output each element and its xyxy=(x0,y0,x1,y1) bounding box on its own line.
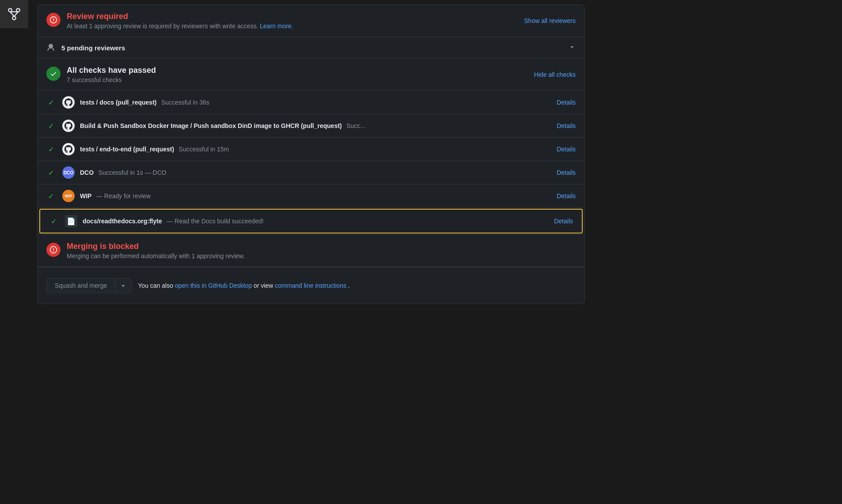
checks-passed-icon xyxy=(46,67,61,81)
check-name: tests / end-to-end (pull_request) Succes… xyxy=(80,145,229,153)
check-logo-dco: DCO xyxy=(62,166,75,179)
check-row-highlighted: ✓ 📄 docs/readthedocs.org:flyte — Read th… xyxy=(39,209,583,233)
check-logo-github-3 xyxy=(62,143,75,155)
main-container: Review required At least 1 approving rev… xyxy=(37,0,585,304)
check-logo-wip: WIP xyxy=(62,190,75,202)
review-required-icon xyxy=(46,13,61,27)
squash-merge-button-group: Squash and merge xyxy=(46,278,132,293)
review-required-subtitle: At least 1 approving review is required … xyxy=(67,23,576,30)
squash-and-merge-button[interactable]: Squash and merge xyxy=(46,278,115,293)
review-required-title: Review required xyxy=(67,12,576,21)
check-name: Build & Push Sandbox Docker Image / Push… xyxy=(80,122,365,130)
merging-blocked-content: Merging is blocked Merging can be perfor… xyxy=(67,242,576,260)
check-row: ✓ WIP WIP — Ready for review Details xyxy=(38,184,584,208)
check-details-link-6[interactable]: Details xyxy=(554,218,573,225)
svg-line-4 xyxy=(14,12,18,17)
squash-merge-dropdown-button[interactable] xyxy=(115,278,132,293)
check-name: WIP — Ready for review xyxy=(80,192,151,200)
check-details-link-1[interactable]: Details xyxy=(557,99,576,106)
all-checks-section: All checks have passed 7 successful chec… xyxy=(38,59,584,91)
check-name: tests / docs (pull_request) Successful i… xyxy=(80,98,209,106)
check-pass-icon: ✓ xyxy=(46,145,55,154)
check-pass-icon: ✓ xyxy=(46,98,55,107)
svg-line-3 xyxy=(10,12,14,17)
check-pass-icon: ✓ xyxy=(46,169,55,177)
check-row: ✓ tests / docs (pull_request) Successful… xyxy=(38,91,584,114)
merging-blocked-subtitle: Merging can be performed automatically w… xyxy=(67,252,576,260)
svg-point-2 xyxy=(12,16,16,20)
checks-passed-title: All checks have passed xyxy=(67,66,576,75)
check-logo-github xyxy=(62,96,75,109)
pending-reviewers-text: 5 pending reviewers xyxy=(61,44,125,52)
review-required-content: Review required At least 1 approving rev… xyxy=(67,12,576,30)
show-all-reviewers-button[interactable]: Show all reviewers xyxy=(524,17,576,24)
check-pass-icon: ✓ xyxy=(46,192,55,200)
hide-all-checks-button[interactable]: Hide all checks xyxy=(534,71,576,78)
reviewer-person-icon xyxy=(46,43,55,52)
open-github-desktop-link[interactable]: open this in GitHub Desktop xyxy=(175,282,252,289)
review-required-section: Review required At least 1 approving rev… xyxy=(38,5,584,37)
checks-passed-subtitle: 7 successful checks xyxy=(67,76,576,83)
checks-passed-content: All checks have passed 7 successful chec… xyxy=(67,66,576,83)
check-details-link-3[interactable]: Details xyxy=(557,146,576,153)
merging-blocked-title: Merging is blocked xyxy=(67,242,576,251)
check-name: docs/readthedocs.org:flyte — Read the Do… xyxy=(83,217,264,225)
check-details-link-2[interactable]: Details xyxy=(557,122,576,129)
merge-actions-section: Squash and merge You can also open this … xyxy=(38,267,584,304)
app-icon xyxy=(0,0,28,28)
command-line-instructions-link[interactable]: command line instructions xyxy=(275,282,346,289)
pending-reviewers-section: 5 pending reviewers xyxy=(38,37,584,59)
check-name: DCO Successful in 1s — DCO xyxy=(80,169,167,177)
merge-blocked-icon xyxy=(46,243,61,257)
check-logo-github-2 xyxy=(62,120,75,132)
merge-note: You can also open this in GitHub Desktop… xyxy=(138,282,350,289)
chevron-down-icon[interactable] xyxy=(569,43,576,52)
check-row: ✓ DCO DCO Successful in 1s — DCO Details xyxy=(38,161,584,184)
pr-merge-panel: Review required At least 1 approving rev… xyxy=(37,4,585,304)
checks-list: ✓ tests / docs (pull_request) Successful… xyxy=(38,91,584,233)
check-pass-icon: ✓ xyxy=(49,217,58,226)
check-row: ✓ Build & Push Sandbox Docker Image / Pu… xyxy=(38,114,584,138)
check-details-link-4[interactable]: Details xyxy=(557,169,576,176)
merging-blocked-section: Merging is blocked Merging can be perfor… xyxy=(38,234,584,267)
learn-more-link[interactable]: Learn more. xyxy=(260,23,293,30)
check-logo-readthedocs: 📄 xyxy=(65,215,77,227)
check-details-link-5[interactable]: Details xyxy=(557,192,576,199)
check-row: ✓ tests / end-to-end (pull_request) Succ… xyxy=(38,138,584,161)
check-pass-icon: ✓ xyxy=(46,122,55,130)
